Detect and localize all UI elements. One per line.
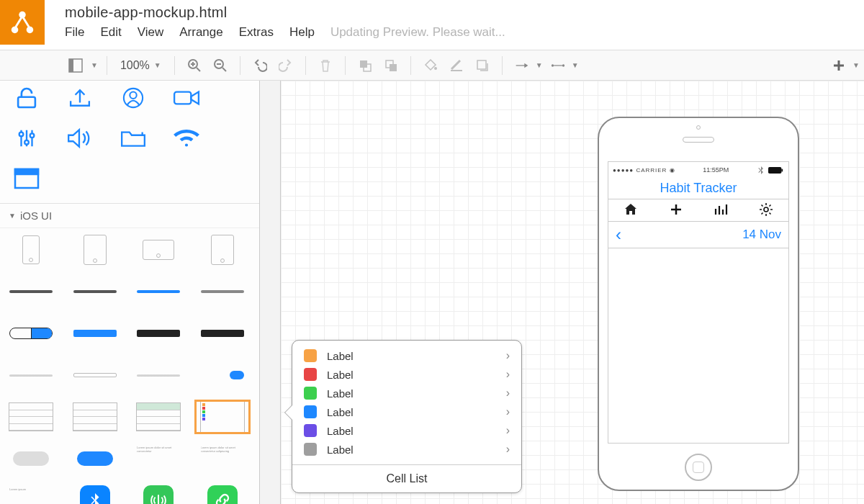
stencil-iphone[interactable] <box>6 235 56 264</box>
chevron-down-icon[interactable]: ▼ <box>91 61 98 69</box>
stencil-segmented[interactable] <box>6 319 56 348</box>
stencil-broadcast-icon[interactable] <box>133 486 184 504</box>
fill-button[interactable] <box>420 55 441 76</box>
stencil-slider[interactable] <box>6 361 56 390</box>
stencil-table[interactable] <box>70 402 120 431</box>
wifi-icon[interactable] <box>170 125 203 151</box>
folder-icon[interactable] <box>117 125 150 151</box>
user-icon[interactable] <box>117 85 150 111</box>
stencil-table[interactable] <box>133 402 184 431</box>
stencil-ipad[interactable] <box>70 235 120 264</box>
app-logo[interactable] <box>0 0 45 45</box>
app-toolbar <box>608 199 788 222</box>
color-swatch <box>304 443 317 456</box>
list-item[interactable]: Label› <box>292 421 521 440</box>
phone-screen: ●●●●● CARRIER ◉ 11:55PM Habit Tracker <box>608 161 789 444</box>
lock-icon[interactable] <box>10 85 43 111</box>
layout-button[interactable] <box>65 55 86 76</box>
home-button[interactable] <box>685 454 712 481</box>
zoom-control[interactable]: 100% ▼ <box>116 59 166 72</box>
stencil-toolbar[interactable] <box>70 319 120 348</box>
canvas[interactable]: Label› Label› Label› Label› Label› Label… <box>259 81 864 504</box>
to-front-button[interactable] <box>354 55 376 76</box>
stencil-table[interactable] <box>6 402 56 431</box>
stencil-grid: Lorem ipsum dolor sit amet consectetur L… <box>0 228 259 504</box>
stencil-bar[interactable] <box>197 277 248 306</box>
menu-bar: File Edit View Arrange Extras Help Updat… <box>65 25 852 40</box>
svg-point-27 <box>764 207 768 212</box>
stencil-bar[interactable] <box>133 361 184 390</box>
battery-icon <box>757 166 784 174</box>
menu-arrange[interactable]: Arrange <box>179 25 222 40</box>
list-item[interactable]: Label› <box>292 402 521 421</box>
shadow-button[interactable] <box>472 55 493 76</box>
list-item[interactable]: Label› <box>292 365 521 384</box>
stencil-link-icon[interactable] <box>197 486 248 504</box>
signal-icon: ●●●●● CARRIER ◉ <box>613 167 675 174</box>
stroke-button[interactable] <box>446 55 467 76</box>
color-swatch <box>304 387 317 400</box>
window-icon[interactable] <box>10 166 43 192</box>
stencil-bar[interactable] <box>70 277 120 306</box>
stencil-switch[interactable] <box>197 361 248 390</box>
color-swatch <box>304 405 317 418</box>
chevron-down-icon[interactable]: ▼ <box>852 61 860 69</box>
svg-point-18 <box>130 92 136 99</box>
undo-button[interactable] <box>249 55 271 76</box>
stencil-ipad-2[interactable] <box>197 235 248 264</box>
zoom-out-button[interactable] <box>210 55 231 76</box>
svg-rect-26 <box>781 168 783 171</box>
stencil-progress[interactable] <box>70 361 120 390</box>
section-header-ios-ui[interactable]: ▼ iOS UI <box>0 203 259 228</box>
sliders-icon[interactable] <box>10 125 43 151</box>
status-text: Updating Preview. Please wait... <box>330 25 505 40</box>
phone-mockup[interactable]: ●●●●● CARRIER ◉ 11:55PM Habit Tracker <box>598 117 799 491</box>
gear-icon[interactable] <box>759 202 773 219</box>
menu-extras[interactable]: Extras <box>239 25 274 40</box>
svg-rect-4 <box>69 59 73 72</box>
stencil-cell-list[interactable] <box>197 402 248 431</box>
redo-button[interactable] <box>275 55 297 76</box>
date-label[interactable]: 14 Nov <box>742 228 781 242</box>
upload-icon[interactable] <box>63 85 96 111</box>
stencil-bar[interactable] <box>133 277 184 306</box>
add-button[interactable] <box>828 55 850 76</box>
drawing-surface[interactable]: Label› Label› Label› Label› Label› Label… <box>281 81 864 504</box>
menu-help[interactable]: Help <box>289 25 315 40</box>
plus-icon[interactable] <box>669 202 683 219</box>
chevron-down-icon[interactable]: ▼ <box>536 61 543 69</box>
list-item[interactable]: Label› <box>292 384 521 402</box>
stencil-toolbar-dark[interactable] <box>133 319 184 348</box>
chevron-down-icon[interactable]: ▼ <box>572 61 579 69</box>
app-title[interactable]: Habit Tracker <box>608 178 788 199</box>
menu-edit[interactable]: Edit <box>100 25 121 40</box>
stencil-ipad-land[interactable] <box>133 235 184 264</box>
stencil-text[interactable]: Lorem ipsum <box>6 486 56 504</box>
stencil-bar[interactable] <box>6 277 56 306</box>
delete-button[interactable] <box>315 55 336 76</box>
menu-view[interactable]: View <box>138 25 164 40</box>
document-title[interactable]: mobile-app-mockup.html <box>65 4 852 21</box>
stencil-toolbar-dark[interactable] <box>197 319 248 348</box>
connection-button[interactable] <box>511 55 533 76</box>
volume-icon[interactable] <box>63 125 96 151</box>
back-button[interactable]: ‹ <box>616 225 621 245</box>
home-icon[interactable] <box>624 202 638 219</box>
chart-icon[interactable] <box>714 202 728 219</box>
color-swatch <box>304 368 317 381</box>
video-icon[interactable] <box>170 85 203 111</box>
stencil-text[interactable]: Lorem ipsum dolor sit amet consectetur <box>133 444 184 473</box>
body: ▼ iOS UI <box>0 81 864 504</box>
svg-rect-19 <box>174 92 191 104</box>
waypoint-button[interactable] <box>547 55 569 76</box>
zoom-in-button[interactable] <box>184 55 205 76</box>
stencil-message[interactable] <box>6 444 56 473</box>
color-swatch <box>304 349 317 362</box>
stencil-text[interactable]: Lorem ipsum dolor sit amet consectetur a… <box>197 444 248 473</box>
stencil-message-blue[interactable] <box>70 444 120 473</box>
list-item[interactable]: Label› <box>292 440 521 459</box>
stencil-bluetooth-icon[interactable] <box>70 486 120 504</box>
menu-file[interactable]: File <box>65 25 84 40</box>
list-item[interactable]: Label› <box>292 346 521 365</box>
to-back-button[interactable] <box>380 55 402 76</box>
